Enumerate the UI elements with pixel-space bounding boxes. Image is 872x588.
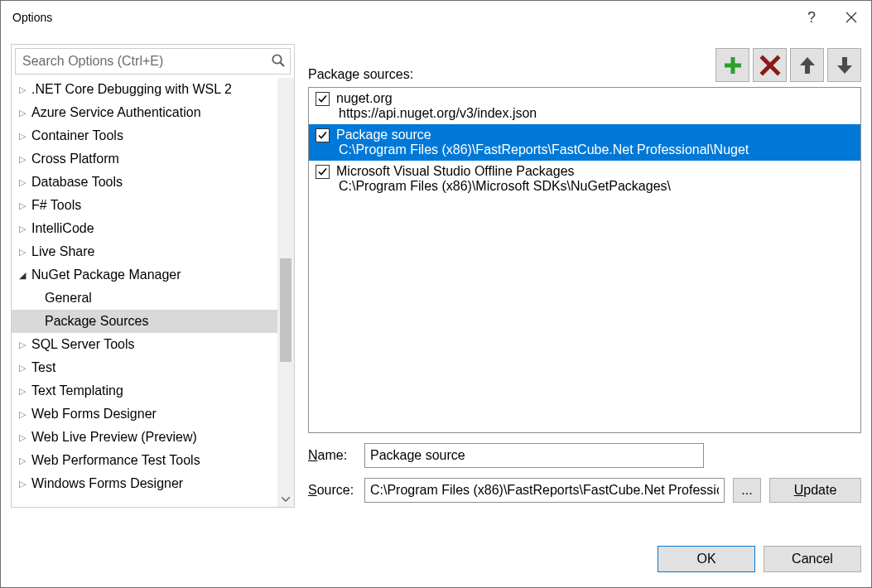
tree-item[interactable]: ▷.NET Core Debugging with WSL 2: [12, 78, 277, 101]
scroll-thumb[interactable]: [280, 258, 291, 362]
tree-item[interactable]: ▷Test: [12, 356, 277, 379]
caret-right-icon: ▷: [17, 224, 28, 234]
source-path: https://api.nuget.org/v3/index.json: [316, 106, 857, 121]
close-icon: [846, 12, 857, 23]
tree-subitem[interactable]: General: [12, 287, 277, 310]
tree-item[interactable]: ▷Windows Forms Designer: [12, 472, 277, 495]
caret-right-icon: ▷: [17, 84, 28, 95]
dialog-body: ▷.NET Core Debugging with WSL 2▷Azure Se…: [1, 34, 871, 531]
source-name: nuget.org: [336, 91, 393, 106]
tree-item[interactable]: ▷Azure Service Authentication: [12, 101, 277, 124]
plus-icon: [722, 55, 744, 76]
remove-source-button[interactable]: [753, 48, 787, 82]
ok-button[interactable]: OK: [658, 546, 755, 572]
tree-item[interactable]: ▷Web Forms Designer: [12, 402, 277, 426]
search-wrap: [15, 48, 291, 75]
chevron-down-icon: [282, 497, 290, 502]
caret-right-icon: ▷: [17, 409, 28, 420]
source-name: Microsoft Visual Studio Offline Packages: [336, 164, 575, 179]
move-down-button[interactable]: [827, 48, 861, 82]
package-source-item[interactable]: nuget.orghttps://api.nuget.org/v3/index.…: [309, 88, 860, 124]
tree-item-label: IntelliCode: [31, 221, 94, 236]
caret-right-icon: ▷: [17, 432, 28, 443]
window-title: Options: [12, 11, 52, 24]
caret-right-icon: ▷: [17, 386, 28, 397]
arrow-down-icon: [836, 55, 854, 76]
tree-item-label: NuGet Package Manager: [31, 267, 181, 282]
help-icon: ?: [807, 9, 816, 27]
tree-item-label: Web Performance Test Tools: [31, 453, 200, 468]
tree-item-label: Container Tools: [31, 128, 123, 143]
source-input[interactable]: [364, 478, 725, 503]
options-tree[interactable]: ▷.NET Core Debugging with WSL 2▷Azure Se…: [12, 78, 277, 507]
tree-item[interactable]: ▷Cross Platform: [12, 147, 277, 171]
update-button[interactable]: Update: [769, 478, 861, 503]
tree-item-label: General: [45, 291, 92, 306]
options-dialog: Options ? ▷.NET Core Debugging with WSL …: [0, 0, 872, 588]
tree-item[interactable]: ▷IntelliCode: [12, 217, 277, 240]
tree-item-label: .NET Core Debugging with WSL 2: [31, 82, 232, 97]
package-source-item[interactable]: Microsoft Visual Studio Offline Packages…: [309, 161, 860, 197]
search-input[interactable]: [15, 48, 291, 75]
close-button[interactable]: [831, 1, 871, 34]
caret-right-icon: ▷: [17, 108, 28, 118]
browse-button[interactable]: ...: [733, 478, 761, 503]
name-label: Name:: [308, 448, 356, 463]
x-icon: [759, 55, 781, 76]
caret-right-icon: ▷: [17, 247, 28, 258]
source-row: Source: ... Update: [308, 478, 861, 503]
tree-item-label: F# Tools: [31, 198, 81, 213]
name-input[interactable]: [364, 443, 704, 468]
tree-item[interactable]: ▷Web Performance Test Tools: [12, 449, 277, 472]
caret-right-icon: ▷: [17, 200, 28, 211]
caret-right-icon: ▷: [17, 177, 28, 188]
move-up-button[interactable]: [790, 48, 824, 82]
tree-item-label: SQL Server Tools: [31, 337, 135, 352]
caret-right-icon: ▷: [17, 340, 28, 350]
name-row: Name:: [308, 443, 861, 468]
scroll-down-arrow[interactable]: [277, 492, 294, 507]
tree-item-label: Windows Forms Designer: [31, 476, 183, 491]
options-tree-wrap: ▷.NET Core Debugging with WSL 2▷Azure Se…: [12, 78, 294, 507]
tree-item[interactable]: ▷Live Share: [12, 240, 277, 263]
tree-item[interactable]: ▷Container Tools: [12, 124, 277, 147]
tree-item[interactable]: ▷SQL Server Tools: [12, 333, 277, 356]
svg-rect-3: [725, 63, 741, 67]
caret-down-icon: ◢: [17, 270, 28, 281]
options-nav-panel: ▷.NET Core Debugging with WSL 2▷Azure Se…: [11, 44, 295, 508]
source-label: Source:: [308, 483, 356, 498]
tree-scrollbar[interactable]: [277, 78, 294, 507]
tree-item-label: Database Tools: [31, 175, 123, 190]
tree-item-label: Web Forms Designer: [31, 407, 157, 422]
package-source-item[interactable]: Package sourceC:\Program Files (x86)\Fas…: [309, 124, 860, 161]
tree-item-label: Package Sources: [45, 314, 148, 329]
source-checkbox[interactable]: [316, 92, 330, 106]
caret-right-icon: ▷: [17, 479, 28, 489]
source-checkbox[interactable]: [316, 128, 330, 142]
tree-item-label: Cross Platform: [31, 152, 119, 166]
caret-right-icon: ▷: [17, 154, 28, 165]
tree-item[interactable]: ◢NuGet Package Manager: [12, 263, 277, 287]
source-action-buttons: [715, 48, 861, 82]
tree-item-label: Live Share: [31, 244, 95, 259]
add-source-button[interactable]: [715, 48, 749, 82]
tree-item[interactable]: ▷F# Tools: [12, 194, 277, 217]
help-button[interactable]: ?: [792, 1, 831, 34]
caret-right-icon: ▷: [17, 363, 28, 374]
tree-item-label: Test: [31, 360, 55, 375]
dialog-footer: OK Cancel: [1, 531, 871, 587]
source-checkbox[interactable]: [316, 165, 330, 179]
caret-right-icon: ▷: [17, 455, 28, 466]
search-icon: [271, 53, 286, 70]
tree-item[interactable]: ▷Database Tools: [12, 171, 277, 194]
tree-item-label: Text Templating: [31, 383, 123, 398]
title-controls: ?: [792, 1, 871, 34]
panel-header: Package sources:: [308, 44, 861, 82]
cancel-button[interactable]: Cancel: [764, 546, 861, 572]
package-sources-list[interactable]: nuget.orghttps://api.nuget.org/v3/index.…: [308, 87, 861, 433]
caret-right-icon: ▷: [17, 131, 28, 142]
tree-subitem[interactable]: Package Sources: [12, 310, 277, 333]
package-sources-panel: Package sources: nuget.orght: [308, 44, 861, 531]
tree-item[interactable]: ▷Text Templating: [12, 379, 277, 402]
tree-item[interactable]: ▷Web Live Preview (Preview): [12, 426, 277, 449]
